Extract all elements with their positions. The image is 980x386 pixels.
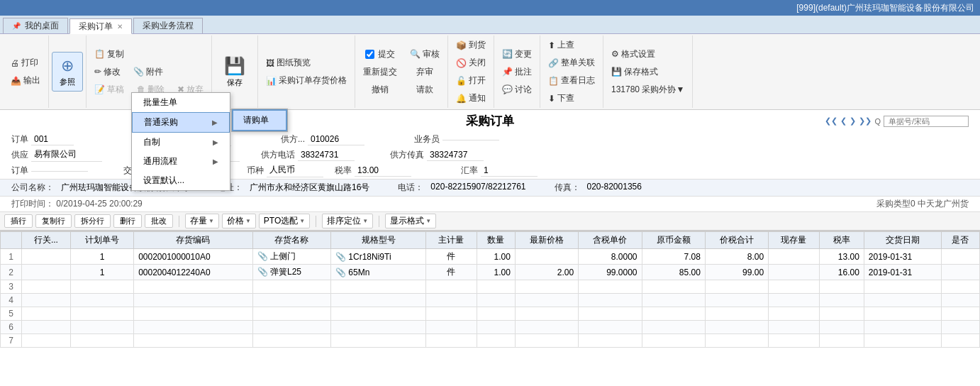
cell-inv-code: 0002001000010A0 <box>134 249 253 265</box>
col-stock: 现存量 <box>769 232 820 249</box>
print-button[interactable]: 🖨 打印 <box>6 55 45 71</box>
cell-tax-rate: 13.00 <box>819 249 864 265</box>
cell-rel <box>22 265 71 280</box>
insert-row-button[interactable]: 插行 <box>4 214 33 228</box>
nav-last[interactable]: ❯❯ <box>859 116 872 126</box>
nav-first[interactable]: ❮❮ <box>825 116 837 126</box>
menu-batch-create[interactable]: 批量生单 <box>132 93 230 112</box>
prev-button[interactable]: ⬆ 上查 <box>543 37 600 53</box>
menu-common-flow[interactable]: 通用流程 ▶ <box>132 152 230 171</box>
contact-phone-value: 38324731 <box>298 149 355 161</box>
dropdown-value[interactable]: 131780 采购外协▼ <box>606 82 689 98</box>
blueprint-button[interactable]: 🖼 图纸预览 <box>261 55 352 71</box>
change-button[interactable]: 🔄 变更 <box>497 46 537 62</box>
menu-custom[interactable]: 自制 ▶ <box>132 133 230 152</box>
nav-next[interactable]: ❯ <box>850 116 856 126</box>
cell-stock <box>769 265 820 280</box>
separator-3 <box>379 216 379 227</box>
table-row[interactable]: 1 1 0002001000010A0 📎 上侧门 📎 1Cr18Ni9Ti 件… <box>1 249 980 265</box>
modify-button[interactable]: ✏ 修改 <box>89 64 126 80</box>
menu-request-order[interactable]: 请购单 <box>232 109 287 131</box>
draft-icon: 📝 <box>94 84 105 94</box>
tab-purchase-flow[interactable]: 采购业务流程 <box>133 18 203 33</box>
output-button[interactable]: 📤 输出 <box>6 72 45 89</box>
tab-purchase-order-close[interactable]: ✕ <box>117 23 123 31</box>
ref-button[interactable]: ⊕ 参照 <box>52 52 83 92</box>
audit-button[interactable]: 🔍 审核 <box>405 46 445 62</box>
menu-normal-purchase[interactable]: 普通采购 ▶ 请购单 <box>132 112 230 133</box>
notify-button[interactable]: 🔔 通知 <box>451 90 491 106</box>
cell-tax-unit-price: 99.0000 <box>579 265 642 280</box>
supplier-name-value: 易有限公司 <box>31 148 102 162</box>
revoke-button[interactable]: 撤销 <box>367 82 394 98</box>
close-button[interactable]: 🚫 关闭 <box>451 55 491 71</box>
normal-purchase-submenu: 请购单 <box>231 109 288 132</box>
supplier-code-label: 供方... <box>281 133 308 145</box>
notify-icon: 🔔 <box>456 94 467 104</box>
table-toolbar: 插行 复制行 拆分行 删行 批改 存量▼ 价格▼ PTO选配▼ 排序定位▼ 显示… <box>0 212 980 231</box>
tab-home[interactable]: 📌 我的桌面 <box>3 18 68 33</box>
log-icon: 📋 <box>548 76 559 86</box>
copy-button[interactable]: 📋 复制 <box>89 46 208 62</box>
stock-arrow: ▼ <box>208 218 214 224</box>
change-icon: 🔄 <box>502 49 513 59</box>
request-button[interactable]: 请款 <box>411 82 438 98</box>
col-qty: 数量 <box>477 232 515 249</box>
prev-icon: ⬆ <box>548 40 555 50</box>
open-icon: 🔓 <box>456 76 467 86</box>
comment-button[interactable]: 📌 批注 <box>497 64 537 80</box>
attach-button[interactable]: 📎 附件 <box>128 64 168 80</box>
fax-label: 传真： <box>555 182 583 194</box>
next-icon: ⬇ <box>548 94 555 104</box>
table-row-empty[interactable]: 3 <box>1 280 980 294</box>
abandon-audit-button[interactable]: 弃审 <box>411 64 438 80</box>
cell-delivery-date: 2019-01-31 <box>864 265 941 280</box>
cell-unit: 件 <box>426 265 477 280</box>
sort-dropdown[interactable]: 排序定位▼ <box>322 214 373 228</box>
cell-orig-amount: 7.08 <box>642 249 705 265</box>
cell-latest-price <box>515 249 578 265</box>
price-dropdown[interactable]: 价格▼ <box>222 214 256 228</box>
table-row[interactable]: 2 1 0002004012240A0 📎 弹簧L25 📎 65Mn 件 1.0… <box>1 265 980 280</box>
ref-dropdown-menu: 批量生单 普通采购 ▶ 请购单 自制 ▶ 通用流程 ▶ 设置默认... <box>131 92 230 191</box>
discuss-button[interactable]: 💬 讨论 <box>497 82 537 98</box>
table-row-empty[interactable]: 5 <box>1 307 980 321</box>
split-row-button[interactable]: 拆分行 <box>74 214 111 228</box>
tab-purchase-order[interactable]: 采购订单 ✕ <box>69 18 132 34</box>
delete-row-button[interactable]: 删行 <box>113 214 142 228</box>
title-text: [999](default)广州珐玛珈智能设备股份有限公司 <box>796 2 974 14</box>
open-button[interactable]: 🔓 打开 <box>451 72 491 89</box>
order-date-label: 订单 <box>11 165 31 177</box>
save-format-button[interactable]: 💾 保存格式 <box>606 64 689 80</box>
save-button[interactable]: 💾 保存 <box>218 52 252 92</box>
display-dropdown[interactable]: 显示格式▼ <box>385 214 436 228</box>
arrive-button[interactable]: 📦 到货 <box>451 37 491 53</box>
save-price-button[interactable]: 📊 采购订单存货价格 <box>261 72 352 89</box>
table-row-empty[interactable]: 4 <box>1 294 980 307</box>
submit-check[interactable] <box>365 50 374 59</box>
format-settings-button[interactable]: ⚙ 格式设置 <box>606 46 689 62</box>
copy-row-button[interactable]: 复制行 <box>35 214 72 228</box>
cell-latest-price: 2.00 <box>515 265 578 280</box>
next-button[interactable]: ⬇ 下查 <box>543 90 600 106</box>
nav-prev[interactable]: ❮ <box>840 116 847 126</box>
table-row-empty[interactable]: 7 <box>1 334 980 348</box>
search-label: Q <box>874 117 881 126</box>
full-link-button[interactable]: 🔗 整单关联 <box>543 55 600 71</box>
col-unit: 主计量 <box>426 232 477 249</box>
tab-purchase-flow-label: 采购业务流程 <box>143 20 194 32</box>
order-search-input[interactable] <box>884 116 969 127</box>
batch-modify-button[interactable]: 批改 <box>145 214 173 228</box>
table-row-empty[interactable]: 6 <box>1 321 980 334</box>
submit-button[interactable]: 提交 <box>360 46 400 62</box>
modify-icon: ✏ <box>94 67 101 77</box>
pto-dropdown[interactable]: PTO选配▼ <box>259 214 310 228</box>
col-row-num <box>1 232 22 249</box>
view-log-button[interactable]: 📋 查看日志 <box>543 72 600 89</box>
stock-dropdown[interactable]: 存量▼ <box>185 214 219 228</box>
supplier-code-value: 010026 <box>308 133 364 145</box>
cell-orig-amount: 85.00 <box>642 265 705 280</box>
resubmit-button[interactable]: 重新提交 <box>358 64 402 80</box>
draft-button[interactable]: 📝 草稿 <box>89 82 129 98</box>
menu-set-default[interactable]: 设置默认... <box>132 171 230 190</box>
